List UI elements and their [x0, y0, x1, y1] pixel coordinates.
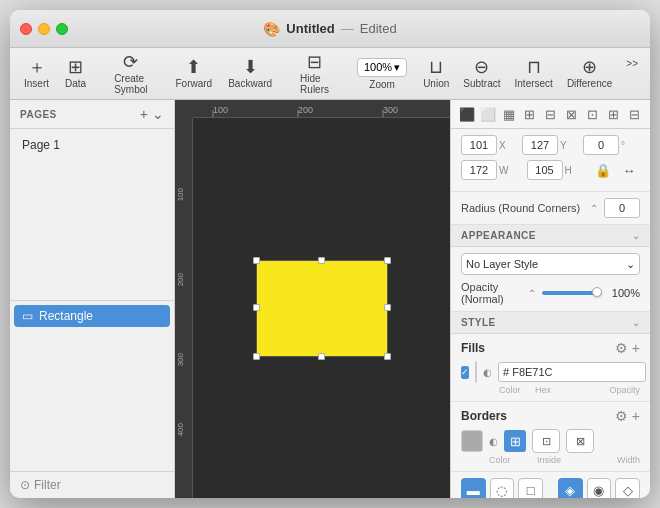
w-input[interactable]	[461, 160, 497, 180]
h-input[interactable]	[527, 160, 563, 180]
handle-top-right[interactable]	[384, 257, 391, 264]
hide-rulers-icon: ⊟	[307, 53, 322, 71]
fill-color-mode-icon[interactable]: ◐	[483, 367, 492, 378]
data-icon: ⊞	[68, 58, 83, 76]
align-left-icon[interactable]: ⬛	[457, 104, 476, 124]
more-align-icon[interactable]: ⊟	[625, 104, 644, 124]
end-square-button[interactable]: □	[518, 478, 543, 498]
window-title: Untitled	[286, 21, 334, 36]
end-round-button[interactable]: ◌	[490, 478, 515, 498]
forward-label: Forward	[176, 78, 213, 89]
borders-settings-icon[interactable]: ⚙	[615, 408, 628, 424]
backward-icon: ⬇	[243, 58, 258, 76]
handle-middle-right[interactable]	[384, 304, 391, 311]
fills-add-icon[interactable]: +	[632, 340, 640, 356]
border-inside-label: Inside	[537, 455, 597, 465]
distribute-v-icon[interactable]: ⊟	[541, 104, 560, 124]
layer-item-rectangle[interactable]: ▭ Rectangle	[14, 305, 170, 327]
borders-header: Borders ⚙ +	[461, 408, 640, 424]
align-top-icon[interactable]: ⊠	[562, 104, 581, 124]
style-chevron: ⌄	[632, 317, 640, 328]
hex-col-label: Hex	[535, 385, 603, 395]
color-col-label: Color	[499, 385, 529, 395]
handle-top-left[interactable]	[253, 257, 260, 264]
fill-color-swatch[interactable]	[475, 361, 477, 383]
flip-button[interactable]: ↔	[618, 159, 640, 181]
hide-rulers-button[interactable]: ⊟ Hide Rulers	[294, 49, 335, 99]
forward-button[interactable]: ⬆ Forward	[170, 54, 219, 93]
lock-proportions-button[interactable]: 🔒	[592, 159, 614, 181]
close-button[interactable]	[20, 23, 32, 35]
align-middle-icon[interactable]: ⊡	[583, 104, 602, 124]
x-input[interactable]	[461, 135, 497, 155]
fill-checkbox[interactable]: ✓	[461, 366, 469, 379]
sidebar-pages: Page 1	[10, 129, 174, 300]
backward-label: Backward	[228, 78, 272, 89]
constraint-buttons: 🔒 ↔	[592, 159, 640, 181]
collapse-sidebar-button[interactable]: ⌄	[152, 106, 164, 122]
align-bottom-icon[interactable]: ⊞	[604, 104, 623, 124]
opacity-stepper: ⌃	[528, 288, 536, 299]
y-input[interactable]	[522, 135, 558, 155]
add-page-button[interactable]: +	[140, 106, 148, 122]
intersect-icon: ⊓	[527, 58, 541, 76]
sidebar-item-page1[interactable]: Page 1	[14, 133, 170, 157]
align-center-icon[interactable]: ⬜	[478, 104, 497, 124]
rotation-input[interactable]	[583, 135, 619, 155]
create-symbol-button[interactable]: ⟳ Create Symbol	[108, 49, 153, 99]
borders-section: Borders ⚙ + ◐ ⊞ ⊡ ⊠ Color Inside Widt	[451, 402, 650, 472]
pages-label: PAGES	[20, 109, 57, 120]
join-bevel-button[interactable]: ◇	[615, 478, 640, 498]
insert-button[interactable]: ＋ Insert	[18, 54, 55, 93]
title-separator: —	[341, 21, 354, 36]
border-position-center-btn[interactable]: ⊡	[532, 429, 560, 453]
handle-middle-left[interactable]	[253, 304, 260, 311]
opacity-slider[interactable]	[542, 291, 603, 295]
backward-button[interactable]: ⬇ Backward	[222, 54, 278, 93]
zoom-chevron: ▾	[394, 61, 400, 74]
data-button[interactable]: ⊞ Data	[59, 54, 92, 93]
border-color-swatch[interactable]	[461, 430, 483, 452]
ruler-mark-100v: 100	[176, 188, 185, 201]
h-label: H	[565, 165, 575, 176]
fills-settings-icon[interactable]: ⚙	[615, 340, 628, 356]
fill-hex-input[interactable]	[498, 362, 646, 382]
canvas-area[interactable]: 100 200 300 100 200 300 400	[175, 100, 450, 498]
opacity-slider-thumb	[592, 287, 602, 297]
border-color-mode-icon[interactable]: ◐	[489, 436, 498, 447]
radius-section: Radius (Round Corners) ⌃	[451, 192, 650, 225]
distribute-h-icon[interactable]: ⊞	[520, 104, 539, 124]
border-position-outside-btn[interactable]: ⊠	[566, 429, 594, 453]
zoom-input[interactable]: 100% ▾	[357, 58, 407, 77]
handle-top-middle[interactable]	[318, 257, 325, 264]
subtract-label: Subtract	[463, 78, 500, 89]
rotation-label: °	[621, 140, 631, 151]
minimize-button[interactable]	[38, 23, 50, 35]
intersect-button[interactable]: ⊓ Intersect	[509, 54, 559, 93]
maximize-button[interactable]	[56, 23, 68, 35]
join-miter-button[interactable]: ◈	[558, 478, 583, 498]
align-right-icon[interactable]: ▦	[499, 104, 518, 124]
zoom-control[interactable]: 100% ▾ Zoom	[351, 54, 413, 94]
ends-joins-row: ▬ ◌ □ ◈ ◉ ◇	[461, 478, 640, 498]
join-round-button[interactable]: ◉	[587, 478, 612, 498]
create-symbol-label: Create Symbol	[114, 73, 147, 95]
subtract-button[interactable]: ⊖ Subtract	[457, 54, 506, 93]
handle-bottom-middle[interactable]	[318, 353, 325, 360]
fills-actions: ⚙ +	[615, 340, 640, 356]
borders-add-icon[interactable]: +	[632, 408, 640, 424]
union-button[interactable]: ⊔ Union	[417, 54, 455, 93]
radius-input[interactable]	[604, 198, 640, 218]
border-position-inside-btn[interactable]: ⊞	[504, 430, 526, 452]
handle-bottom-right[interactable]	[384, 353, 391, 360]
end-butt-button[interactable]: ▬	[461, 478, 486, 498]
difference-button[interactable]: ⊕ Difference	[561, 54, 618, 93]
sidebar-footer: ⊙ Filter	[10, 471, 174, 498]
rectangle-shape[interactable]	[257, 261, 387, 356]
layer-style-dropdown[interactable]: No Layer Style ⌄	[461, 253, 640, 275]
filter-label: Filter	[34, 478, 61, 492]
subtract-icon: ⊖	[474, 58, 489, 76]
ruler-mark-300v: 300	[176, 353, 185, 366]
handle-bottom-left[interactable]	[253, 353, 260, 360]
more-button[interactable]: >>	[620, 54, 644, 93]
